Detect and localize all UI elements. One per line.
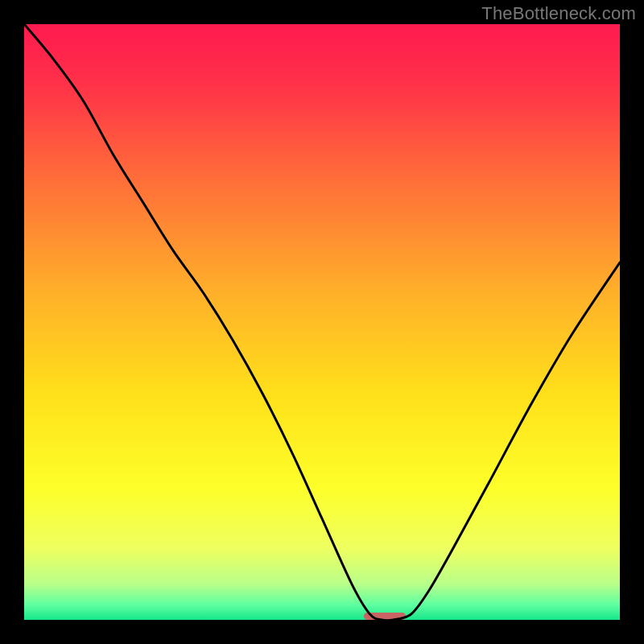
curve-path (24, 24, 620, 620)
bottleneck-curve (24, 24, 620, 620)
plot-area (24, 24, 620, 620)
watermark-text: TheBottleneck.com (481, 3, 636, 24)
chart-frame: TheBottleneck.com (0, 0, 644, 644)
